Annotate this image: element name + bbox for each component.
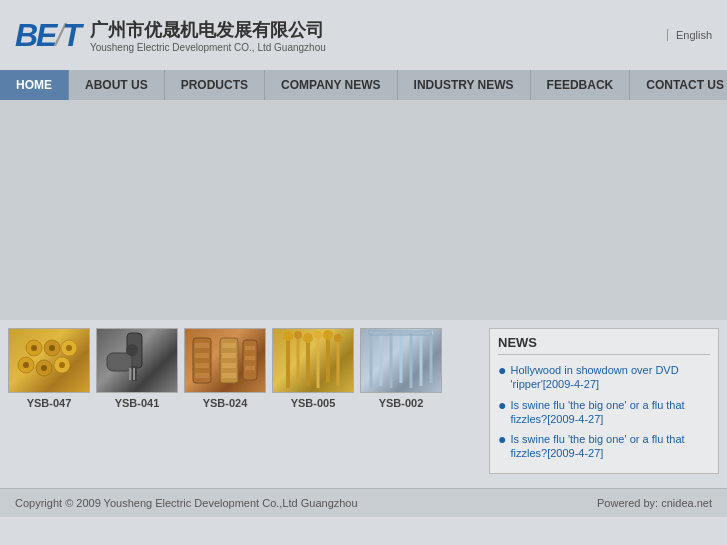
news-bullet-2: ●: [498, 398, 506, 412]
product-thumb-ysb047[interactable]: YSB-047: [8, 328, 90, 474]
nav-feedback[interactable]: FEEDBACK: [531, 70, 631, 100]
svg-point-40: [303, 333, 313, 343]
product-label-ysb002: YSB-002: [379, 397, 424, 409]
banner-area: [0, 100, 727, 320]
svg-point-15: [126, 344, 138, 356]
company-name-en: Yousheng Electric Development CO., Ltd G…: [90, 42, 326, 53]
svg-point-7: [23, 362, 29, 368]
company-name-block: 广州市优晟机电发展有限公司 Yousheng Electric Developm…: [90, 18, 326, 53]
product-img-ysb024: [184, 328, 266, 393]
svg-rect-19: [195, 343, 209, 348]
svg-rect-14: [107, 353, 132, 371]
svg-rect-25: [222, 353, 236, 358]
svg-point-1: [31, 345, 37, 351]
product-label-ysb047: YSB-047: [27, 397, 72, 409]
svg-rect-21: [195, 363, 209, 368]
svg-rect-17: [133, 368, 135, 380]
svg-rect-24: [222, 343, 236, 348]
product-thumb-ysb005[interactable]: YSB-005: [272, 328, 354, 474]
news-text-1: Hollywood in showdown over DVD 'ripper'[…: [510, 363, 710, 392]
product-img-ysb047: [8, 328, 90, 393]
product-thumb-ysb024[interactable]: YSB-024: [184, 328, 266, 474]
news-section: NEWS ● Hollywood in showdown over DVD 'r…: [489, 328, 719, 474]
news-text-3: Is swine flu 'the big one' or a flu that…: [510, 432, 710, 461]
nav-products[interactable]: PRODUCTS: [165, 70, 265, 100]
svg-rect-20: [195, 353, 209, 358]
nav-company-news[interactable]: COMPANY NEWS: [265, 70, 398, 100]
footer-copyright: Copyright © 2009 Yousheng Electric Devel…: [15, 497, 358, 509]
news-item-1[interactable]: ● Hollywood in showdown over DVD 'ripper…: [498, 363, 710, 392]
svg-point-43: [334, 334, 342, 342]
logo-best: BE/T: [15, 19, 80, 51]
svg-rect-52: [368, 330, 432, 336]
svg-point-9: [41, 365, 47, 371]
svg-point-38: [283, 331, 293, 341]
product-label-ysb024: YSB-024: [203, 397, 248, 409]
nav-home[interactable]: HOME: [0, 70, 69, 100]
svg-rect-30: [245, 356, 255, 360]
lang-switcher[interactable]: English: [667, 29, 712, 41]
svg-point-11: [59, 362, 65, 368]
svg-rect-29: [245, 346, 255, 350]
nav-about[interactable]: ABOUT US: [69, 70, 165, 100]
product-img-ysb041: [96, 328, 178, 393]
svg-rect-27: [222, 373, 236, 378]
nav-industry-news[interactable]: INDUSTRY NEWS: [398, 70, 531, 100]
svg-rect-16: [129, 368, 131, 380]
product-label-ysb041: YSB-041: [115, 397, 160, 409]
product-img-ysb002: [360, 328, 442, 393]
header: BE/T 广州市优晟机电发展有限公司 Yousheng Electric Dev…: [0, 0, 727, 70]
svg-point-5: [66, 345, 72, 351]
product-label-ysb005: YSB-005: [291, 397, 336, 409]
product-thumb-ysb002[interactable]: YSB-002: [360, 328, 442, 474]
svg-point-3: [49, 345, 55, 351]
news-bullet-3: ●: [498, 432, 506, 446]
svg-point-41: [314, 331, 322, 339]
news-item-3[interactable]: ● Is swine flu 'the big one' or a flu th…: [498, 432, 710, 461]
svg-point-42: [323, 330, 333, 340]
product-img-ysb005: [272, 328, 354, 393]
svg-rect-26: [222, 363, 236, 368]
footer: Copyright © 2009 Yousheng Electric Devel…: [0, 488, 727, 517]
news-text-2: Is swine flu 'the big one' or a flu that…: [510, 398, 710, 427]
news-bullet-1: ●: [498, 363, 506, 377]
footer-powered-by: Powered by: cnidea.net: [597, 497, 712, 509]
product-thumbnails: YSB-047 YSB-041: [8, 328, 477, 474]
news-item-2[interactable]: ● Is swine flu 'the big one' or a flu th…: [498, 398, 710, 427]
nav-contact[interactable]: CONTACT US: [630, 70, 727, 100]
svg-rect-31: [245, 366, 255, 370]
company-name-cn: 广州市优晟机电发展有限公司: [90, 18, 326, 42]
svg-point-39: [294, 331, 302, 339]
logo-area: BE/T 广州市优晟机电发展有限公司 Yousheng Electric Dev…: [15, 18, 326, 53]
navbar: HOME ABOUT US PRODUCTS COMPANY NEWS INDU…: [0, 70, 727, 100]
product-thumb-ysb041[interactable]: YSB-041: [96, 328, 178, 474]
news-title: NEWS: [498, 335, 710, 355]
svg-rect-22: [195, 373, 209, 378]
